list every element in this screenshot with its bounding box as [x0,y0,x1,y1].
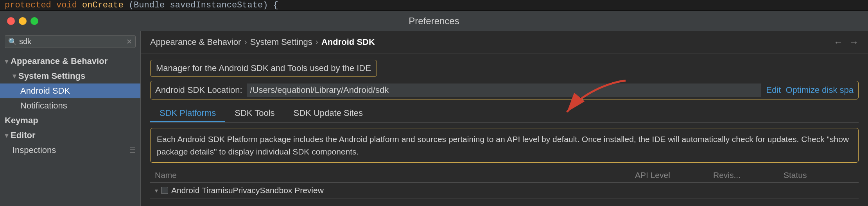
manager-label: Manager for the Android SDK and Tools us… [156,63,371,73]
tab-sdk-platforms[interactable]: SDK Platforms [150,105,225,122]
table-row[interactable]: ▾ Android TiramisuPrivacySandbox Preview [150,183,859,199]
breadcrumb-appearance: Appearance & Behavior [150,37,241,47]
title-bar: Preferences [0,11,868,31]
sdk-edit-button[interactable]: Edit [766,85,781,95]
sidebar-item-editor[interactable]: ▾ Editor [0,128,140,143]
inspections-icon: ☰ [129,146,136,154]
maximize-button[interactable] [30,17,38,25]
row-name-cell: ▾ Android TiramisuPrivacySandbox Preview [155,186,635,195]
col-api-level: API Level [635,170,713,180]
sidebar-item-label: Android SDK [20,86,70,96]
breadcrumb-sep-2: › [316,37,318,47]
tabs-row: SDK Platforms SDK Tools SDK Update Sites [150,105,859,123]
content-area: Appearance & Behavior › System Settings … [141,31,868,206]
manager-info-box: Manager for the Android SDK and Tools us… [150,60,377,77]
clear-search-button[interactable]: ✕ [126,37,132,46]
minimize-button[interactable] [19,17,27,25]
sdk-optimize-button[interactable]: Optimize disk spa [786,85,854,95]
back-button[interactable]: ← [834,37,843,48]
sidebar-item-label: Keymap [5,115,38,126]
sidebar-item-android-sdk[interactable]: Android SDK [0,83,140,98]
breadcrumb-android-sdk: Android SDK [321,37,375,47]
search-input-wrap[interactable]: 🔍 ✕ [5,35,136,48]
breadcrumb: Appearance & Behavior › System Settings … [141,31,868,53]
col-name: Name [155,170,635,180]
sidebar-item-inspections[interactable]: Inspections ☰ [0,143,140,158]
sidebar-item-keymap[interactable]: Keymap [0,113,140,128]
row-expand-arrow: ▾ [155,187,158,194]
expand-arrow-editor: ▾ [5,131,8,140]
nav-arrows: ← → [834,37,859,48]
sidebar-item-notifications[interactable]: Notifications [0,98,140,113]
sidebar: 🔍 ✕ ▾ Appearance & Behavior ▾ System Set… [0,31,141,206]
forward-button[interactable]: → [849,37,859,48]
window-controls [7,17,38,25]
search-input[interactable] [19,37,124,46]
main-layout: 🔍 ✕ ▾ Appearance & Behavior ▾ System Set… [0,31,868,206]
breadcrumb-system-settings: System Settings [250,37,312,47]
window-title: Preferences [409,16,459,27]
close-button[interactable] [7,17,15,25]
search-bar: 🔍 ✕ [0,31,140,52]
code-text: protected void onCreate (Bundle savedIns… [5,0,278,10]
col-status: Status [784,170,854,180]
row-name-label: Android TiramisuPrivacySandbox Preview [171,186,324,195]
tab-sdk-update-sites[interactable]: SDK Update Sites [284,105,372,122]
sdk-location-input[interactable] [247,83,762,97]
sidebar-item-system-settings[interactable]: ▾ System Settings [0,69,140,83]
sidebar-item-label: Inspections [13,145,56,155]
sidebar-item-label: System Settings [18,71,85,81]
sidebar-items: ▾ Appearance & Behavior ▾ System Setting… [0,52,140,206]
tab-sdk-tools[interactable]: SDK Tools [225,105,284,122]
info-box: Each Android SDK Platform package includ… [150,128,859,163]
expand-arrow-system: ▾ [13,72,16,80]
sidebar-item-label: Editor [11,130,36,140]
sdk-location-label: Android SDK Location: [155,85,242,95]
code-bar: protected void onCreate (Bundle savedIns… [0,0,868,11]
table-header: Name API Level Revis... Status [150,168,859,183]
content-body: Manager for the Android SDK and Tools us… [141,53,868,206]
sdk-location-row: Android SDK Location: Edit Optimize disk… [150,81,859,99]
row-checkbox[interactable] [161,187,168,194]
sidebar-item-appearance-behavior[interactable]: ▾ Appearance & Behavior [0,54,140,69]
expand-arrow-appearance: ▾ [5,57,8,66]
col-revision: Revis... [713,170,784,180]
breadcrumb-sep-1: › [244,37,247,47]
sidebar-item-label: Notifications [20,101,67,111]
sidebar-item-label: Appearance & Behavior [11,56,108,66]
search-icon: 🔍 [8,37,17,46]
